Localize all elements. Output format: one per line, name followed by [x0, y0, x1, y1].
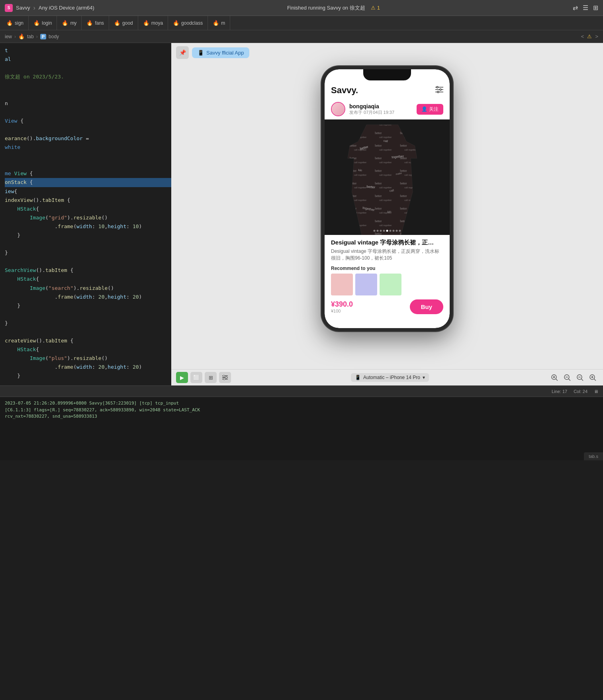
price-orig: ¥100 — [331, 309, 353, 313]
code-line-2: al — [5, 55, 171, 64]
image-dots — [374, 230, 401, 232]
follow-button[interactable]: 👤 关注 — [417, 104, 443, 115]
zoom-fit-button[interactable] — [574, 372, 585, 383]
preview-button[interactable]: ⬜ — [190, 372, 202, 383]
svg-line-35 — [594, 379, 596, 381]
swift-icon-sign: 🔥 — [6, 20, 13, 26]
code-line-33 — [5, 328, 171, 336]
svg-line-32 — [581, 379, 583, 381]
switch-icon[interactable]: ⇄ — [573, 4, 578, 12]
code-line-37: .frame(width: 20,height: 20) — [5, 363, 171, 372]
device-selector[interactable]: 📱 Automatic – iPhone 14 Pro ▾ — [351, 373, 429, 382]
svg-point-23 — [223, 378, 225, 380]
console-panel: 2023-07-05 21:26:20.899996+0800 Savvy[36… — [0, 397, 603, 460]
settings-toggle-button[interactable] — [219, 372, 231, 383]
dot-3 — [380, 230, 382, 232]
tab-item-good[interactable]: 🔥 good — [109, 16, 138, 30]
code-line-9: View { — [5, 117, 171, 125]
playback-controls: ▶ ⬜ ⊞ — [176, 372, 231, 383]
phone-container: Savvy. bongqiaqia 发布于 07月04日 19:37 — [171, 62, 603, 369]
code-line-34: createView().tabItem { — [5, 336, 171, 345]
code-line-13 — [5, 152, 171, 160]
product-title: Desigual vintage 字母涂鸦长裙，正… — [331, 239, 443, 246]
breadcrumb-bar: iew › 🔥 tab › P body < ⚠ > — [0, 30, 603, 43]
phone-screen: Savvy. bongqiaqia 发布于 07月04日 19:37 — [325, 69, 450, 328]
code-line-24: } — [5, 248, 171, 257]
tab-item-my[interactable]: 🔥 my — [57, 16, 82, 30]
code-line-6 — [5, 90, 171, 99]
pin-button[interactable]: 📌 — [176, 46, 189, 59]
tab-item-m[interactable]: 🔥 m — [208, 16, 230, 30]
username: bongqiaqia — [349, 103, 413, 109]
svg-point-21 — [223, 375, 225, 377]
code-line-27: HStack{ — [5, 275, 171, 284]
chevron-right-icon[interactable]: > — [595, 33, 598, 39]
tab-item-fans[interactable]: 🔥 fans — [82, 16, 109, 30]
code-line-5 — [5, 81, 171, 90]
dot-4 — [383, 230, 385, 232]
dot-5 — [386, 230, 388, 232]
preview-bottom-toolbar: ▶ ⬜ ⊞ 📱 Automatic – iPhone 14 Pro ▾ — [171, 369, 603, 385]
recommend-item-1 — [331, 274, 353, 295]
phone-mockup: Savvy. bongqiaqia 发布于 07月04日 19:37 — [321, 66, 453, 331]
clothing-graphic: better call together bette — [325, 119, 450, 235]
code-line-31 — [5, 310, 171, 319]
app-icon: S — [5, 4, 13, 12]
recommend-row — [331, 274, 443, 295]
swift-icon-m: 🔥 — [213, 20, 219, 26]
play-button[interactable]: ▶ — [176, 372, 188, 383]
grid-view-button[interactable]: ⊞ — [205, 372, 217, 383]
filter-icon[interactable] — [435, 86, 443, 95]
device-label: Any iOS Device (arm64) — [39, 5, 94, 11]
code-line-15: me View { — [5, 169, 171, 178]
breadcrumb-item-body[interactable]: body — [49, 34, 59, 39]
swift-icon-fans: 🔥 — [86, 20, 93, 26]
code-line-29: .frame(width: 20,height: 20) — [5, 293, 171, 301]
top-bar-status: Finished running Savvy on 徐文超 ⚠ 1 — [101, 4, 566, 12]
code-panel[interactable]: t al 徐文超 on 2023/5/23. n View { earance(… — [0, 43, 171, 385]
svg-text:call: call — [389, 188, 394, 193]
code-line-20: Image("grid").resizable() — [5, 213, 171, 222]
tab-label-moya: moya — [151, 20, 163, 26]
code-line-35: HStack{ — [5, 345, 171, 354]
swift-icon-my: 🔥 — [62, 20, 68, 26]
tab-label-login: login — [42, 20, 52, 26]
purchase-bar: ¥390.0 ¥100 Buy — [325, 295, 450, 321]
col-info: Col: 24 — [574, 389, 587, 394]
console-tab[interactable]: tab.s — [584, 452, 603, 460]
tab-item-login[interactable]: 🔥 login — [29, 16, 57, 30]
console-output: 2023-07-05 21:26:20.899996+0800 Savvy[36… — [5, 400, 598, 420]
chevron-left-icon[interactable]: < — [581, 33, 584, 39]
swift-icon-goodclass: 🔥 — [173, 20, 179, 26]
savvy-app-button[interactable]: 📱 Savvy fficial App — [192, 47, 249, 58]
code-line-32: } — [5, 319, 171, 328]
code-line-8 — [5, 108, 171, 117]
product-desc: Desigual vintage 字母涂鸦长裙，正反两穿，洗水标很旧，胸围96-… — [331, 248, 443, 262]
tab-item-moya[interactable]: 🔥 moya — [138, 16, 168, 30]
breadcrumb-sep-1: › — [33, 4, 35, 12]
breadcrumb-type-badge: P — [40, 34, 46, 39]
iphone-device-icon: 📱 — [355, 375, 361, 380]
price-block: ¥390.0 ¥100 — [331, 300, 353, 313]
breadcrumb-left: iew › 🔥 tab › P body — [5, 33, 59, 39]
buy-button[interactable]: Buy — [410, 299, 443, 314]
svg-text:better: better — [366, 184, 375, 189]
lines-icon[interactable]: ☰ — [583, 4, 588, 12]
zoom-out-button[interactable] — [562, 372, 573, 383]
svg-point-4 — [440, 89, 441, 90]
zoom-actual-button[interactable] — [587, 372, 598, 383]
expand-icon[interactable]: ⊞ — [593, 4, 598, 12]
tab-item-sign[interactable]: 🔥 sign — [2, 16, 29, 30]
main-content: t al 徐文超 on 2023/5/23. n View { earance(… — [0, 43, 603, 385]
breadcrumb-item-view[interactable]: iew — [5, 34, 12, 39]
tab-item-goodclass[interactable]: 🔥 goodclass — [168, 16, 208, 30]
code-line-25 — [5, 257, 171, 266]
tab-label-fans: fans — [95, 20, 104, 26]
recommend-label: Recommend to you — [331, 266, 443, 271]
post-image: better call together bette — [325, 119, 450, 235]
code-line-23 — [5, 240, 171, 248]
breadcrumb-item-tab[interactable]: tab — [27, 34, 34, 39]
preview-panel: 📌 📱 Savvy fficial App Savvy. — [171, 43, 603, 385]
preview-toolbar: 📌 📱 Savvy fficial App — [171, 43, 603, 62]
zoom-in-button[interactable] — [549, 372, 560, 383]
